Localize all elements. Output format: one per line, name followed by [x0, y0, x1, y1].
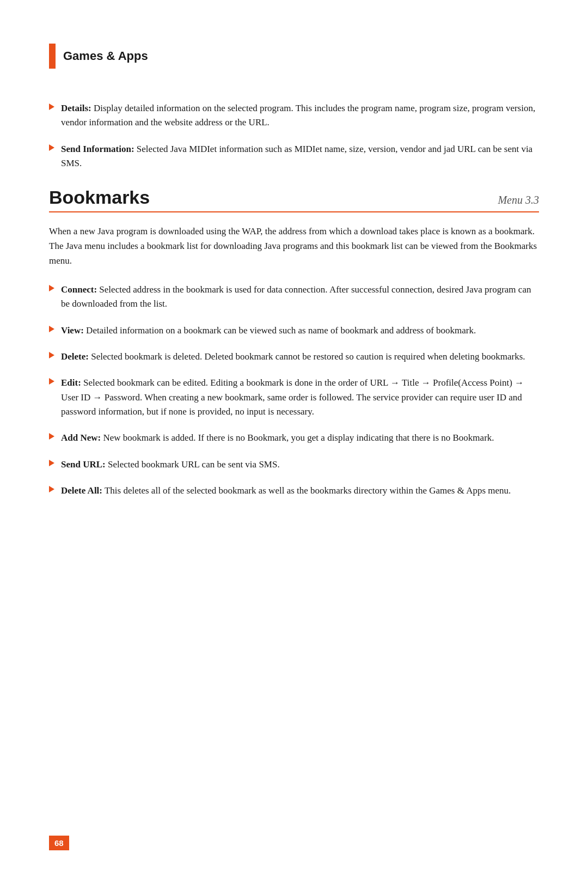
section-header: Games & Apps: [49, 44, 539, 69]
bullet-label: Send URL:: [61, 459, 106, 470]
bullet-triangle-icon: [49, 326, 54, 332]
bullet-label: Delete:: [61, 351, 89, 362]
bookmarks-section: Bookmarks Menu 3.3 When a new Java progr…: [49, 187, 539, 498]
bullet-text: Connect: Selected address in the bookmar…: [61, 283, 539, 312]
top-bullet-list: Details: Display detailed information on…: [49, 101, 539, 170]
list-item: Add New: New bookmark is added. If there…: [49, 431, 539, 445]
bullet-text: Edit: Selected bookmark can be edited. E…: [61, 376, 539, 419]
list-item: Delete: Selected bookmark is deleted. De…: [49, 350, 539, 364]
bullet-triangle-icon: [49, 486, 54, 492]
bullet-text: Delete All: This deletes all of the sele…: [61, 484, 511, 498]
bullet-label: Delete All:: [61, 485, 102, 496]
section-title: Games & Apps: [63, 49, 148, 63]
page-number-container: 68: [49, 836, 69, 850]
bullet-label: Send Information:: [61, 144, 134, 154]
bullet-text: Add New: New bookmark is added. If there…: [61, 431, 494, 445]
list-item: Send Information: Selected Java MIDIet i…: [49, 142, 539, 171]
bullet-label: View:: [61, 325, 84, 336]
list-item: Edit: Selected bookmark can be edited. E…: [49, 376, 539, 419]
bookmarks-bullet-list: Connect: Selected address in the bookmar…: [49, 283, 539, 498]
bullet-triangle-icon: [49, 103, 54, 110]
bullet-triangle-icon: [49, 378, 54, 385]
page-number-badge: 68: [49, 836, 69, 850]
list-item: Send URL: Selected bookmark URL can be s…: [49, 458, 539, 472]
bullet-text: Send Information: Selected Java MIDIet i…: [61, 142, 539, 171]
list-item: View: Detailed information on a bookmark…: [49, 324, 539, 338]
list-item: Delete All: This deletes all of the sele…: [49, 484, 539, 498]
bullet-triangle-icon: [49, 460, 54, 466]
bullet-label: Details:: [61, 103, 91, 113]
bullet-text: Delete: Selected bookmark is deleted. De…: [61, 350, 525, 364]
bullet-triangle-icon: [49, 285, 54, 291]
bullet-label: Edit:: [61, 377, 81, 388]
bookmarks-title: Bookmarks: [49, 187, 150, 208]
bullet-label: Add New:: [61, 433, 101, 443]
bookmarks-intro: When a new Java program is downloaded us…: [49, 224, 539, 269]
bullet-text: Send URL: Selected bookmark URL can be s…: [61, 458, 280, 472]
bookmarks-heading-row: Bookmarks Menu 3.3: [49, 187, 539, 212]
bookmarks-menu-label: Menu 3.3: [498, 194, 539, 206]
bullet-text: View: Detailed information on a bookmark…: [61, 324, 476, 338]
orange-bar-icon: [49, 44, 56, 69]
bullet-label: Connect:: [61, 284, 97, 295]
bullet-text: Details: Display detailed information on…: [61, 101, 539, 130]
bullet-triangle-icon: [49, 352, 54, 358]
bullet-triangle-icon: [49, 433, 54, 440]
bullet-triangle-icon: [49, 144, 54, 151]
list-item: Details: Display detailed information on…: [49, 101, 539, 130]
list-item: Connect: Selected address in the bookmar…: [49, 283, 539, 312]
page-container: Games & Apps Details: Display detailed i…: [0, 0, 588, 558]
